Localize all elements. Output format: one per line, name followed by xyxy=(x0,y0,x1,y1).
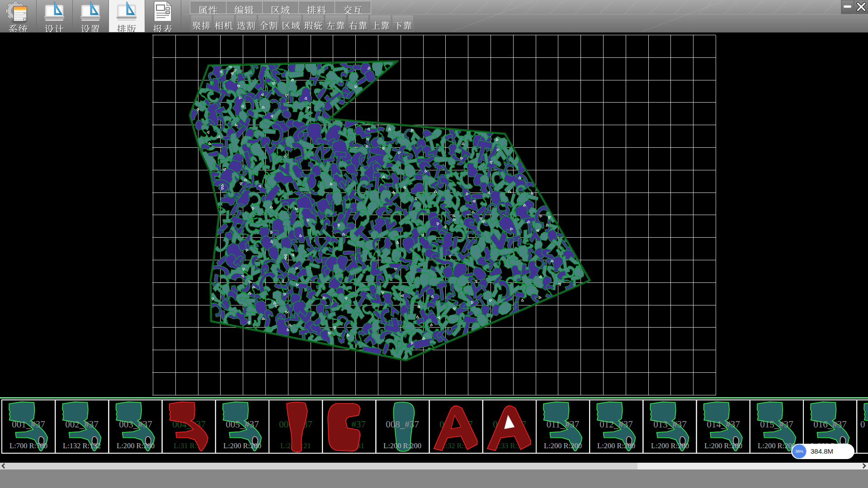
svg-text:L:200 R:200: L:200 R:200 xyxy=(383,441,421,450)
svg-text:L:200 R:200: L:200 R:200 xyxy=(758,441,796,450)
svg-text:L:700 R:700: L:700 R:700 xyxy=(9,441,47,450)
svg-text:L:200 R:200: L:200 R:200 xyxy=(651,441,689,450)
svg-text:003_#37: 003_#37 xyxy=(119,419,152,430)
svg-text:013_#37: 013_#37 xyxy=(653,419,687,430)
svg-text:0: 0 xyxy=(860,419,865,430)
svg-text:L:200 R:200: L:200 R:200 xyxy=(597,441,635,450)
svg-text:012_#37: 012_#37 xyxy=(599,419,633,430)
svg-text:L:200 R:200: L:200 R:200 xyxy=(223,441,261,450)
svg-text:L:200 R:200: L:200 R:200 xyxy=(117,441,155,450)
svg-text:L:200 R:200: L:200 R:200 xyxy=(704,441,742,450)
svg-text:L:200 R:200: L:200 R:200 xyxy=(544,441,582,450)
svg-text:002_#37: 002_#37 xyxy=(65,419,99,430)
svg-text:015_#37: 015_#37 xyxy=(760,419,793,430)
svg-text:011_#37: 011_#37 xyxy=(547,419,580,430)
svg-text:001_#37: 001_#37 xyxy=(12,419,45,430)
svg-text:014_#37: 014_#37 xyxy=(707,419,740,430)
svg-text:008_#37: 008_#37 xyxy=(386,419,419,430)
svg-text:L:132 R:132: L:132 R:132 xyxy=(63,441,101,450)
svg-text:016_#37: 016_#37 xyxy=(813,419,847,430)
svg-text:005_#37: 005_#37 xyxy=(226,419,259,430)
